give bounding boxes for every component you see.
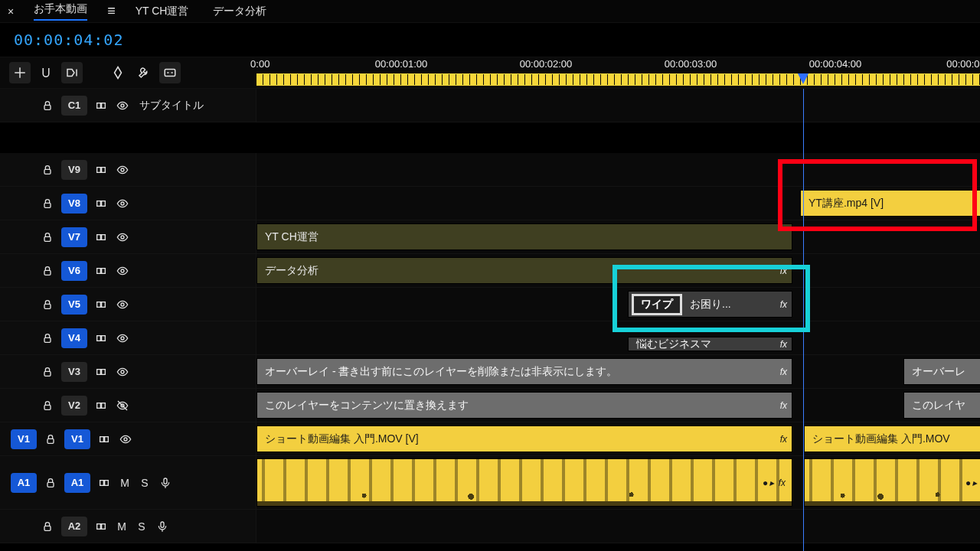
eye-icon[interactable]	[115, 265, 130, 277]
lock-icon[interactable]	[40, 231, 55, 243]
video-track-id[interactable]: V4	[61, 328, 87, 348]
lock-icon[interactable]	[40, 520, 55, 533]
close-icon[interactable]: ×	[0, 5, 21, 18]
caption-track-id[interactable]: C1	[61, 96, 87, 116]
sync-lock-icon[interactable]	[96, 477, 112, 489]
eye-hidden-icon[interactable]	[115, 399, 130, 412]
video-track-id[interactable]: V3	[61, 362, 87, 382]
sync-lock-icon[interactable]	[93, 298, 109, 311]
voiceover-icon[interactable]	[155, 520, 170, 533]
video-clip[interactable]: 悩むビジネスマfx	[628, 337, 792, 351]
sync-lock-icon[interactable]	[93, 231, 109, 243]
track-lane[interactable]: データ分析fx	[256, 254, 980, 287]
eye-icon[interactable]	[115, 332, 130, 344]
eye-icon[interactable]	[115, 298, 130, 311]
sync-lock-icon[interactable]	[93, 399, 109, 412]
video-track-id[interactable]: V7	[61, 227, 87, 247]
lock-icon[interactable]	[40, 399, 55, 412]
track-lane[interactable]	[256, 153, 980, 186]
source-patch[interactable]: V1	[11, 429, 37, 449]
sync-lock-icon[interactable]	[93, 197, 109, 210]
snap-icon[interactable]	[35, 62, 57, 83]
audio-track-id[interactable]: A1	[64, 473, 90, 493]
eye-icon[interactable]	[115, 99, 130, 112]
eye-icon[interactable]	[115, 231, 130, 243]
svg-point-28	[121, 337, 124, 340]
video-clip[interactable]: ショート動画編集 入門.MOV [V]fx	[256, 425, 792, 452]
tab-active[interactable]: お手本動画	[21, 0, 100, 24]
svg-rect-19	[102, 268, 106, 273]
video-clip[interactable]: このレイヤーをコンテンツに置き換えますfx	[256, 392, 792, 419]
video-clip[interactable]: ショート動画編集 入門.MOV	[804, 425, 980, 452]
timeline-tabbar: × お手本動画 ≡ YT CH運営 データ分析	[0, 0, 980, 23]
video-clip[interactable]: ワイプお困り...fx	[628, 291, 792, 318]
video-track-id[interactable]: V2	[61, 396, 87, 416]
solo-button[interactable]: S	[138, 477, 152, 489]
playhead-timecode[interactable]: 00:00:04:02	[0, 26, 137, 54]
video-clip[interactable]: オーバーレ	[903, 358, 980, 385]
track-lane[interactable]: YT講座.mp4 [V]	[256, 187, 980, 220]
video-track-id[interactable]: V9	[61, 160, 87, 180]
clip-label: このレイヤ	[912, 399, 965, 412]
video-clip[interactable]: データ分析fx	[256, 257, 792, 284]
sync-lock-icon[interactable]	[93, 164, 109, 176]
eye-icon[interactable]	[118, 433, 133, 445]
solo-button[interactable]: S	[135, 520, 149, 533]
svg-rect-46	[44, 526, 51, 530]
time-ruler[interactable]: 0:0000:00:01:0000:00:02:0000:00:03:0000:…	[256, 57, 980, 89]
video-track-id[interactable]: V5	[61, 295, 87, 315]
audio-clip[interactable]: fx	[256, 458, 792, 507]
eye-icon[interactable]	[115, 197, 130, 210]
lock-icon[interactable]	[40, 164, 55, 176]
insert-icon[interactable]	[9, 62, 31, 83]
eye-icon[interactable]	[115, 164, 130, 176]
lock-icon[interactable]	[40, 197, 55, 210]
video-track-id[interactable]: V1	[64, 429, 90, 449]
sync-lock-icon[interactable]	[93, 332, 109, 344]
track-lane[interactable]: YT CH運営	[256, 220, 980, 253]
video-clip[interactable]: YT講座.mp4 [V]	[800, 190, 980, 217]
sync-lock-icon[interactable]	[93, 520, 109, 533]
svg-rect-5	[44, 169, 51, 174]
video-clip[interactable]: オーバーレイ - 書き出す前にこのレイヤーを削除または非表示にします。fx	[256, 358, 792, 385]
clip-fx-badge: fx	[780, 400, 787, 411]
lock-icon[interactable]	[43, 477, 58, 489]
sync-lock-icon[interactable]	[93, 265, 109, 277]
sync-lock-icon[interactable]	[96, 433, 112, 445]
track-lane[interactable]	[256, 510, 980, 543]
lock-icon[interactable]	[40, 298, 55, 311]
audio-track-id[interactable]: A2	[61, 517, 87, 536]
lock-icon[interactable]	[40, 265, 55, 277]
eye-icon[interactable]	[115, 366, 130, 378]
tab-yt-ch[interactable]: YT CH運営	[123, 2, 201, 21]
mute-button[interactable]: M	[118, 477, 132, 489]
video-track-id[interactable]: V8	[61, 194, 87, 214]
track-lane[interactable]: 悩むビジネスマfx	[256, 321, 980, 354]
source-patch[interactable]: A1	[11, 473, 37, 493]
tab-data-analysis[interactable]: データ分析	[201, 2, 279, 21]
linked-selection-icon[interactable]	[61, 62, 83, 83]
sync-lock-icon[interactable]	[93, 99, 109, 112]
video-track-id[interactable]: V6	[61, 261, 87, 281]
sync-lock-icon[interactable]	[93, 366, 109, 378]
lock-icon[interactable]	[43, 433, 58, 445]
track-lane[interactable]: ショート動画編集 入門.MOV [V]fxショート動画編集 入門.MOV	[256, 422, 980, 455]
voiceover-icon[interactable]	[158, 477, 173, 489]
caption-icon[interactable]	[159, 62, 181, 83]
lock-icon[interactable]	[40, 366, 55, 378]
video-clip[interactable]: このレイヤ	[903, 392, 980, 419]
panel-menu-icon[interactable]: ≡	[100, 3, 123, 19]
svg-rect-43	[100, 480, 104, 485]
audio-clip[interactable]: fx	[804, 458, 980, 507]
marker-icon[interactable]	[107, 62, 129, 83]
track-lane[interactable]: ワイプお困り...fx	[256, 288, 980, 321]
mute-button[interactable]: M	[115, 520, 129, 533]
svg-point-20	[121, 269, 124, 272]
track-lane[interactable]: このレイヤーをコンテンツに置き換えますfxこのレイヤ	[256, 389, 980, 422]
wrench-icon[interactable]	[133, 62, 155, 83]
lock-icon[interactable]	[40, 99, 55, 112]
track-lane[interactable]: fx fx	[256, 456, 980, 509]
track-lane[interactable]: オーバーレイ - 書き出す前にこのレイヤーを削除または非表示にします。fxオーバ…	[256, 355, 980, 388]
lock-icon[interactable]	[40, 332, 55, 344]
video-clip[interactable]: YT CH運営	[256, 223, 792, 250]
